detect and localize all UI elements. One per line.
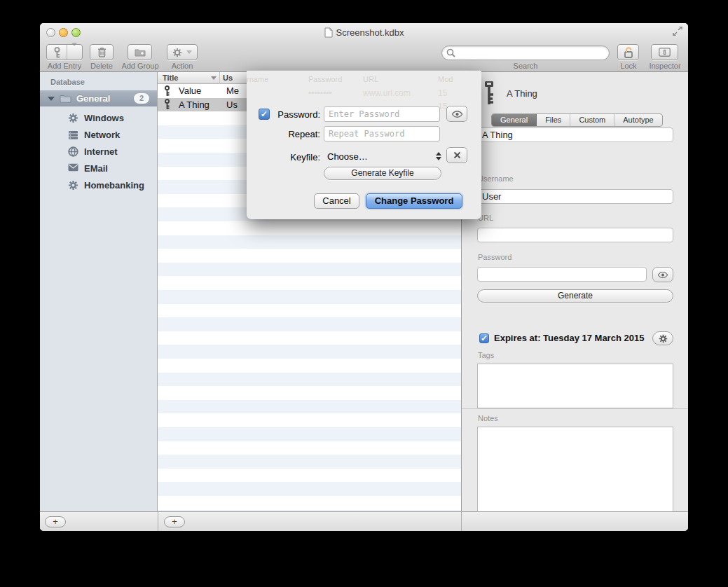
list-stripe	[158, 359, 461, 373]
sheet-password-input[interactable]	[324, 106, 440, 122]
inspector-tabs: General Files Custom Autotype	[491, 113, 663, 127]
sidebar-item-internet[interactable]: Internet	[40, 143, 157, 160]
trash-icon	[97, 47, 107, 57]
sidebar-item-label: Network	[84, 130, 120, 140]
tab-general[interactable]: General	[492, 114, 537, 126]
sidebar-item-homebanking[interactable]: Homebanking	[40, 177, 157, 193]
gear-icon	[659, 334, 668, 343]
password-label: Password	[478, 253, 511, 261]
tab-custom[interactable]: Custom	[570, 114, 614, 126]
expires-settings-button[interactable]	[652, 331, 673, 345]
inspector-panel: A Thing General Files Custom Autotype Us…	[461, 72, 688, 511]
generate-password-button[interactable]: Generate	[477, 289, 673, 303]
sidebar-section-header: Database	[50, 78, 85, 86]
list-stripe	[158, 290, 461, 304]
password-field[interactable]	[477, 267, 647, 282]
sidebar-item-label: Windows	[84, 113, 124, 123]
url-field[interactable]	[477, 228, 673, 242]
column-divider[interactable]	[219, 72, 220, 84]
delete-button[interactable]	[90, 44, 114, 60]
list-stripe	[158, 413, 461, 427]
sidebar-item-network[interactable]: Network	[40, 126, 157, 143]
gear-icon	[68, 113, 78, 123]
title-field[interactable]	[477, 127, 673, 142]
list-stripe	[158, 304, 461, 318]
tags-box[interactable]	[477, 364, 673, 408]
list-stripe	[158, 235, 461, 249]
entry-username: Me	[226, 85, 239, 96]
list-stripe	[158, 263, 461, 277]
reveal-password-button[interactable]	[652, 267, 673, 282]
notes-label: Notes	[478, 414, 498, 422]
list-stripe	[158, 345, 461, 359]
action-label: Action	[167, 62, 198, 70]
column-header-title[interactable]: Title	[163, 74, 178, 82]
inspector-label: Inspector	[643, 62, 687, 70]
unlock-icon	[624, 47, 633, 58]
sidebar-item-label: EMail	[84, 163, 108, 174]
panel-divider	[461, 512, 462, 531]
sidebar-item-label: Homebanking	[84, 180, 144, 191]
list-stripe	[158, 496, 461, 510]
list-stripe	[158, 455, 461, 469]
key-icon	[163, 99, 172, 110]
list-stripe	[158, 317, 461, 331]
list-stripe	[158, 221, 461, 235]
list-stripe	[158, 276, 461, 290]
disclosure-triangle-icon[interactable]	[48, 97, 55, 101]
sidebar-item-email[interactable]: EMail	[40, 160, 157, 177]
list-stripe	[158, 427, 461, 441]
inspector-button[interactable]: i	[651, 44, 678, 60]
sidebar-item-general[interactable]: General 2	[40, 90, 157, 106]
change-password-button[interactable]: Change Password	[366, 193, 462, 209]
list-stripe	[158, 249, 461, 263]
change-password-sheet: rname Password URL Mod •••••••• www.url.…	[247, 70, 481, 219]
gear-icon	[68, 180, 78, 191]
entry-title: Value	[179, 85, 217, 96]
titlebar-toolbar: Screenshot.kdbx Add Entry Delete	[40, 23, 688, 72]
sidebar-item-label: General	[76, 93, 110, 104]
list-stripe	[158, 331, 461, 345]
list-stripe	[158, 482, 461, 496]
panel-divider	[158, 512, 158, 531]
sort-descending-icon	[211, 76, 217, 80]
ghost-modified-value: 15	[438, 86, 673, 100]
document-icon	[324, 27, 333, 38]
cancel-button[interactable]: Cancel	[314, 193, 359, 209]
lock-button[interactable]	[617, 44, 639, 60]
count-badge: 2	[134, 93, 149, 104]
clear-keyfile-button[interactable]	[446, 147, 467, 163]
app-window: Screenshot.kdbx Add Entry Delete	[40, 23, 688, 531]
generate-keyfile-button[interactable]: Generate Keyfile	[324, 167, 441, 180]
popup-stepper-icon[interactable]	[436, 152, 441, 160]
fullscreen-icon[interactable]	[673, 27, 682, 36]
ghost-column-modified: Mod	[438, 75, 453, 83]
ghost-column-url: URL	[363, 75, 378, 83]
window-title-area: Screenshot.kdbx	[40, 27, 688, 38]
key-icon	[53, 47, 62, 58]
globe-icon	[68, 146, 78, 157]
envelope-icon	[68, 163, 78, 172]
section-divider	[462, 408, 688, 409]
add-group-button[interactable]	[128, 44, 152, 60]
key-icon	[163, 85, 172, 97]
sheet-repeat-label: Repeat:	[259, 129, 320, 139]
username-field[interactable]	[477, 189, 673, 204]
search-field[interactable]	[441, 46, 610, 60]
column-header-username[interactable]: Us	[223, 74, 233, 82]
tab-autotype[interactable]: Autotype	[614, 114, 661, 126]
add-group-plus-button[interactable]: +	[45, 516, 66, 527]
gear-icon	[172, 48, 182, 57]
sheet-repeat-input[interactable]	[324, 126, 440, 141]
list-stripe	[158, 400, 461, 414]
sidebar-item-windows[interactable]: Windows	[40, 109, 157, 126]
tab-files[interactable]: Files	[537, 114, 570, 126]
keyfile-popup[interactable]: Choose…	[327, 151, 368, 162]
expires-label: Expires at: Tuesday 17 March 2015	[494, 333, 644, 343]
expires-checkbox[interactable]: ✓	[479, 333, 489, 343]
action-button[interactable]	[167, 44, 198, 60]
add-entry-plus-button[interactable]: +	[164, 516, 185, 527]
sheet-reveal-password-button[interactable]	[446, 106, 467, 122]
add-entry-button[interactable]	[46, 44, 83, 60]
search-input[interactable]	[455, 48, 596, 58]
